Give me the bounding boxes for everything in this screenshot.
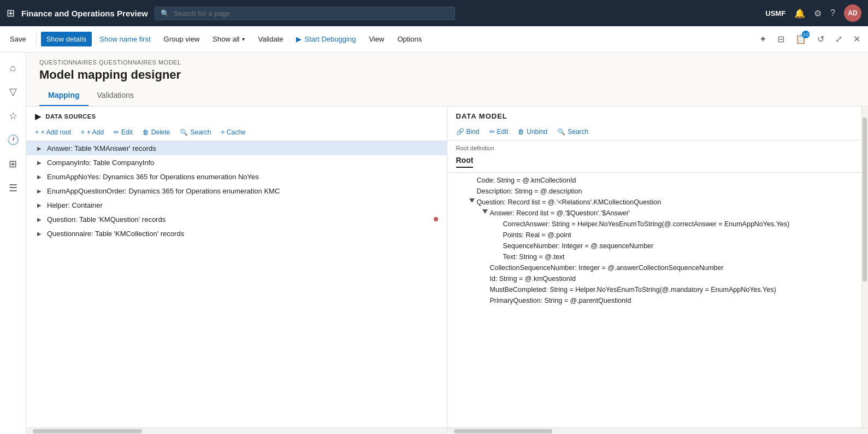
tree-item[interactable]: ▶ Questionnaire: Table 'KMCollection' re…	[26, 226, 447, 241]
model-item-text-points: Points: Real = @.point	[503, 231, 571, 239]
unbind-button[interactable]: 🗑 Unbind	[513, 126, 552, 138]
delete-button[interactable]: 🗑 Delete	[138, 126, 175, 138]
tree-item[interactable]: ▶ EnumAppQuestionOrder: Dynamics 365 for…	[26, 184, 447, 198]
tree-item-label-2: EnumAppNoYes: Dynamics 365 for Operation…	[47, 173, 438, 181]
search-model-button[interactable]: 🔍 Search	[553, 126, 593, 138]
global-search-bar[interactable]: 🔍	[155, 7, 455, 20]
app-title: Finance and Operations Preview	[21, 9, 148, 18]
right-vscrollbar-thumb[interactable]	[863, 118, 867, 281]
save-button[interactable]: Save	[4, 32, 32, 46]
question-indicator	[434, 217, 438, 221]
model-item-answer[interactable]: Answer: Record list = @.'$Question'.'$An…	[447, 208, 869, 219]
model-item-primary-question: PrimaryQuestion: String = @.parentQuesti…	[447, 295, 869, 306]
data-sources-tree: ▶ Answer: Table 'KMAnswer' records ▶ Com…	[26, 141, 447, 427]
search-ds-button[interactable]: 🔍 Search	[175, 126, 215, 138]
right-panel-hscrollbar[interactable]	[447, 427, 869, 434]
tab-validations[interactable]: Validations	[88, 86, 143, 106]
tree-item-label-6: Questionnaire: Table 'KMCollection' reco…	[47, 230, 438, 238]
main-layout: ⌂ ▽ ☆ 🕐 ⊞ ☰ QUESTIONNAIRES QUESTIONNAIRE…	[0, 52, 868, 434]
panel-icon-button[interactable]: ⊟	[774, 31, 788, 48]
cache-button[interactable]: + Cache	[217, 126, 250, 138]
personalize-icon-button[interactable]: ✦	[756, 31, 770, 48]
tree-item[interactable]: ▶ Question: Table 'KMQuestion' records	[26, 212, 447, 226]
sidebar-favorites[interactable]: ☆	[2, 105, 24, 127]
close-icon-button[interactable]: ✕	[850, 31, 864, 48]
refresh-icon-button[interactable]: ↺	[814, 31, 828, 48]
tree-toggle-3[interactable]: ▶	[35, 186, 44, 195]
right-panel-vscrollbar[interactable]	[861, 107, 868, 427]
tree-toggle-0[interactable]: ▶	[35, 144, 44, 153]
model-item-text-primary-q: PrimaryQuestion: String = @.parentQuesti…	[490, 297, 631, 304]
options-button[interactable]: Options	[392, 32, 427, 46]
badge-count: 10	[802, 31, 810, 38]
debug-icon: ▶	[296, 35, 302, 43]
tree-item[interactable]: ▶ CompanyInfo: Table CompanyInfo	[26, 155, 447, 169]
show-details-button[interactable]: Show details	[41, 32, 92, 46]
add-button[interactable]: + + Add	[76, 126, 108, 138]
model-toolbar: 🔗 Bind ✏ Edit 🗑 Unbind 🔍 Search	[447, 124, 869, 140]
tree-item[interactable]: ▶ EnumAppNoYes: Dynamics 365 for Operati…	[26, 169, 447, 184]
show-all-button[interactable]: Show all ▾	[207, 32, 250, 46]
validate-button[interactable]: Validate	[252, 32, 288, 46]
model-item-text-id: Id: String = @.kmQuestionId	[490, 275, 576, 283]
edit-model-icon: ✏	[489, 128, 495, 136]
model-item-id: Id: String = @.kmQuestionId	[447, 273, 869, 284]
settings-icon[interactable]: ⚙	[814, 8, 822, 19]
search-model-icon: 🔍	[557, 128, 565, 136]
group-view-button[interactable]: Group view	[158, 32, 205, 46]
start-debugging-button[interactable]: ▶ Start Debugging	[291, 32, 361, 46]
separator-1	[36, 33, 37, 46]
expand-icon-button[interactable]: ⤢	[832, 31, 846, 48]
model-item-text-question: Question: Record list = @.'<Relations'.K…	[477, 198, 662, 206]
answer-expand-icon[interactable]	[482, 209, 488, 214]
model-item-text-must-complete: MustBeCompleted: String = Helper.NoYesEn…	[490, 286, 776, 294]
tree-toggle-2[interactable]: ▶	[35, 172, 44, 181]
search-input[interactable]	[174, 9, 449, 17]
tree-item-label-0: Answer: Table 'KMAnswer' records	[47, 144, 438, 153]
bind-icon: 🔗	[456, 128, 464, 136]
tree-toggle-1[interactable]: ▶	[35, 158, 44, 167]
root-def-label: Root definition	[456, 145, 860, 151]
show-name-first-button[interactable]: Show name first	[94, 32, 156, 46]
root-label[interactable]: Root	[456, 154, 474, 168]
tab-mapping[interactable]: Mapping	[39, 86, 88, 106]
sidebar-home[interactable]: ⌂	[2, 57, 24, 79]
edit-model-button[interactable]: ✏ Edit	[485, 126, 513, 138]
sidebar-recent[interactable]: 🕐	[2, 129, 24, 151]
badge-icon-button[interactable]: 📋 10	[792, 31, 810, 48]
model-item-must-complete: MustBeCompleted: String = Helper.NoYesEn…	[447, 284, 869, 295]
model-item-text-desc: Description: String = @.description	[477, 187, 582, 195]
tree-toggle-4[interactable]: ▶	[35, 201, 44, 209]
model-item-correct-answer: CorrectAnswer: String = Helper.NoYesEnum…	[447, 219, 869, 230]
data-sources-header: ▶ DATA SOURCES	[26, 107, 447, 124]
content-area: QUESTIONNAIRES QUESTIONNAIRES MODEL Mode…	[26, 52, 868, 434]
sidebar-filter[interactable]: ▽	[2, 81, 24, 103]
model-item-question[interactable]: Question: Record list = @.'<Relations'.K…	[447, 197, 869, 208]
avatar[interactable]: AD	[844, 4, 861, 22]
right-hscrollbar-thumb[interactable]	[454, 429, 552, 433]
right-panel: DATA MODEL 🔗 Bind ✏ Edit 🗑 Unbind	[447, 107, 869, 434]
sidebar-workspaces[interactable]: ⊞	[2, 153, 24, 175]
bind-button[interactable]: 🔗 Bind	[452, 126, 484, 138]
sidebar-list[interactable]: ☰	[2, 177, 24, 199]
notification-icon[interactable]: 🔔	[794, 8, 805, 19]
model-item-code: Code: String = @.kmCollectionId	[447, 175, 869, 186]
tree-item-label-5: Question: Table 'KMQuestion' records	[47, 215, 430, 224]
tree-item[interactable]: ▶ Answer: Table 'KMAnswer' records	[26, 141, 447, 155]
left-panel-scrollbar[interactable]	[26, 427, 447, 434]
model-item-points: Points: Real = @.point	[447, 230, 869, 241]
view-button[interactable]: View	[363, 32, 389, 46]
command-bar: Save Show details Show name first Group …	[0, 26, 868, 52]
left-scrollbar-thumb[interactable]	[33, 429, 142, 433]
tree-toggle-6[interactable]: ▶	[35, 229, 44, 238]
tree-toggle-5[interactable]: ▶	[35, 215, 44, 224]
delete-icon: 🗑	[143, 128, 149, 136]
help-icon[interactable]: ?	[830, 8, 835, 18]
add-root-button[interactable]: + + Add root	[31, 126, 75, 138]
expand-ds-toggle[interactable]: ▶	[35, 112, 42, 121]
edit-ds-button[interactable]: ✏ Edit	[109, 126, 137, 138]
tree-item[interactable]: ▶ Helper: Container	[26, 198, 447, 212]
question-expand-icon[interactable]	[469, 198, 475, 203]
app-grid-icon[interactable]: ⊞	[7, 7, 15, 19]
breadcrumb: QUESTIONNAIRES QUESTIONNAIRES MODEL	[26, 52, 868, 68]
